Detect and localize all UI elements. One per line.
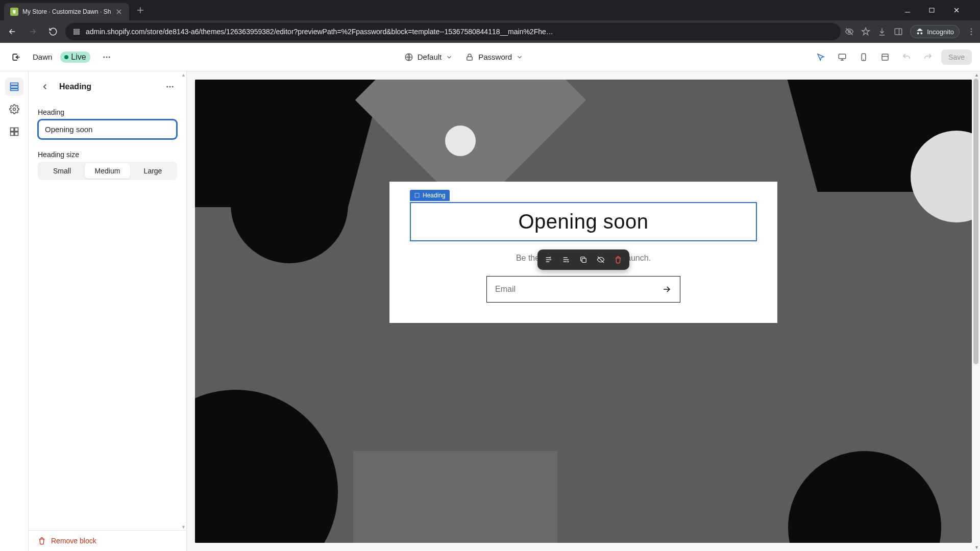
svg-rect-0: [929, 8, 934, 12]
heading-block[interactable]: Heading Opening soon: [410, 202, 757, 241]
url-text: admin.shopify.com/store/de8143-a6/themes…: [86, 28, 834, 36]
app-body: Heading Heading Heading size Small Mediu: [0, 71, 980, 551]
size-medium[interactable]: Medium: [85, 163, 130, 179]
panel-icon[interactable]: [894, 27, 903, 36]
save-button[interactable]: Save: [941, 49, 972, 65]
left-rail: [0, 71, 29, 551]
svg-point-25: [166, 86, 168, 88]
block-icon: [414, 192, 420, 198]
live-badge: Live: [60, 52, 90, 63]
inspector-button[interactable]: [813, 49, 829, 65]
tab-bar: My Store · Customize Dawn · Sh: [0, 0, 980, 20]
mobile-view-button[interactable]: [855, 49, 872, 65]
header-left: Dawn Live: [8, 49, 115, 65]
svg-rect-29: [582, 258, 586, 262]
bookmark-icon[interactable]: [861, 27, 870, 36]
svg-rect-18: [10, 86, 18, 88]
trash-icon: [38, 537, 46, 545]
minimize-icon[interactable]: [904, 7, 921, 13]
heading-label: Heading: [38, 108, 177, 116]
svg-rect-3: [74, 33, 80, 34]
svg-point-26: [169, 86, 171, 88]
size-segmented-control: Small Medium Large: [38, 162, 177, 180]
shopify-favicon: [10, 8, 18, 16]
sidebar-header: Heading: [29, 71, 186, 102]
svg-rect-19: [10, 89, 18, 90]
sidebar-title: Heading: [59, 82, 156, 91]
svg-point-7: [971, 31, 972, 33]
redo-button[interactable]: [920, 49, 936, 65]
reload-button[interactable]: [45, 23, 61, 40]
window-controls: [904, 7, 976, 13]
menu-icon[interactable]: [967, 27, 976, 36]
block-tag-label: Heading: [423, 192, 446, 199]
heading-size-label: Heading size: [38, 151, 177, 159]
eye-off-icon[interactable]: [845, 27, 854, 36]
password-page-card: Heading Opening soon Be the first to kno…: [389, 182, 777, 323]
duplicate-button[interactable]: [576, 253, 591, 267]
app-embeds-tab[interactable]: [5, 122, 23, 141]
desktop-view-button[interactable]: [834, 49, 850, 65]
email-placeholder: Email: [495, 285, 516, 294]
svg-rect-21: [10, 128, 14, 132]
remove-block-label: Remove block: [51, 537, 96, 545]
incognito-badge[interactable]: Incognito: [910, 25, 960, 38]
svg-rect-24: [14, 132, 18, 136]
app-header: Dawn Live Default Password: [0, 43, 980, 71]
svg-rect-16: [882, 54, 888, 60]
svg-rect-22: [14, 128, 18, 132]
back-button[interactable]: [4, 23, 20, 40]
page-selector[interactable]: Password: [465, 53, 523, 62]
svg-rect-5: [895, 29, 902, 35]
theme-settings-tab[interactable]: [5, 100, 23, 118]
svg-point-6: [971, 28, 972, 30]
fullscreen-view-button[interactable]: [877, 49, 893, 65]
preview-canvas[interactable]: Heading Opening soon Be the first to kno…: [195, 80, 972, 543]
template-selector[interactable]: Default: [404, 53, 453, 62]
svg-rect-28: [415, 193, 419, 197]
sidebar-more-button[interactable]: [162, 79, 178, 95]
maximize-icon[interactable]: [929, 7, 945, 13]
heading-size-group: Heading size Small Medium Large: [38, 151, 177, 180]
size-large[interactable]: Large: [130, 163, 176, 179]
lock-icon: [465, 53, 474, 62]
sections-tab[interactable]: [5, 78, 23, 96]
close-window-icon[interactable]: [953, 7, 970, 13]
block-tag: Heading: [410, 190, 450, 201]
undo-button[interactable]: [898, 49, 915, 65]
svg-point-11: [108, 56, 110, 58]
move-backward-button[interactable]: [542, 253, 556, 267]
sidebar-scrollbar[interactable]: ▲ ▼: [181, 71, 185, 531]
new-tab-button[interactable]: [133, 3, 148, 17]
size-small[interactable]: Small: [39, 163, 85, 179]
download-icon[interactable]: [877, 27, 887, 36]
remove-block-button[interactable]: Remove block: [29, 530, 186, 551]
close-icon[interactable]: [115, 8, 123, 16]
svg-rect-23: [10, 132, 14, 136]
email-row: Email: [410, 276, 757, 303]
hide-button[interactable]: [594, 253, 608, 267]
svg-point-10: [106, 56, 107, 58]
more-actions-button[interactable]: [99, 49, 115, 65]
block-toolbar: [537, 249, 629, 270]
template-label: Default: [418, 53, 442, 61]
email-input[interactable]: Email: [486, 276, 680, 303]
svg-rect-17: [10, 83, 18, 85]
back-button[interactable]: [37, 79, 53, 95]
chevron-down-icon: [446, 54, 453, 61]
address-bar[interactable]: admin.shopify.com/store/de8143-a6/themes…: [65, 23, 841, 40]
delete-button[interactable]: [611, 253, 625, 267]
url-bar-icons: Incognito: [845, 25, 976, 38]
heading-field-group: Heading: [38, 108, 177, 139]
heading-input[interactable]: [38, 119, 177, 139]
forward-button[interactable]: [24, 23, 41, 40]
exit-button[interactable]: [8, 49, 24, 65]
browser-chrome: My Store · Customize Dawn · Sh: [0, 0, 980, 43]
move-forward-button[interactable]: [559, 253, 573, 267]
svg-point-8: [971, 34, 972, 35]
page-label: Password: [478, 53, 512, 61]
browser-tab[interactable]: My Store · Customize Dawn · Sh: [4, 3, 129, 20]
preview-scrollbar[interactable]: ▲ ▼: [973, 71, 978, 551]
sidebar-content: Heading Heading size Small Medium Large: [29, 102, 186, 530]
tab-title: My Store · Customize Dawn · Sh: [22, 8, 111, 15]
